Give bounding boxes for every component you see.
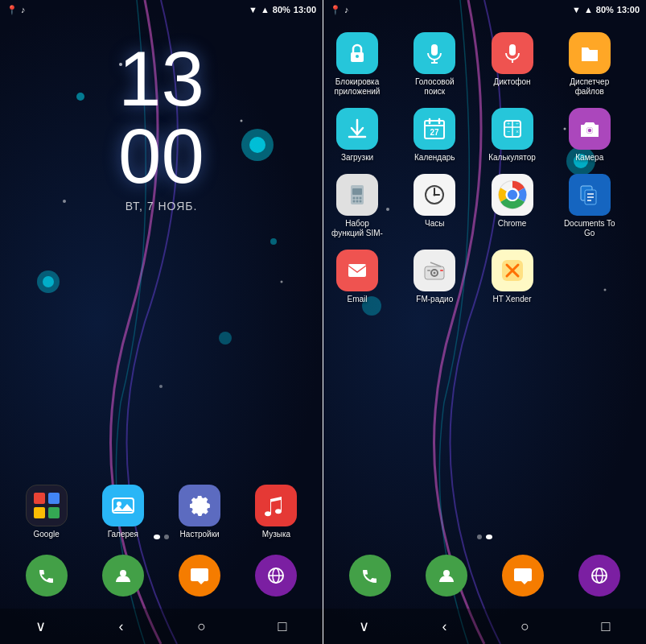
svg-rect-13 — [48, 493, 60, 504]
music-icon-right: ♪ — [344, 5, 349, 14]
svg-rect-31 — [431, 44, 438, 56]
app-google[interactable]: Google — [19, 485, 74, 539]
svg-rect-77 — [440, 270, 443, 271]
dock-messages-left[interactable] — [176, 555, 223, 598]
dock-left — [0, 544, 323, 609]
panel-divider — [323, 0, 323, 644]
app-camera[interactable]: Камера — [562, 108, 617, 163]
svg-point-65 — [507, 190, 516, 200]
svg-text:27: 27 — [430, 128, 440, 137]
wifi-icon-right: ▲ — [584, 5, 593, 14]
app-clock[interactable]: Часы — [407, 174, 462, 238]
dock-phone-right[interactable] — [347, 555, 393, 598]
svg-rect-12 — [34, 493, 45, 504]
signal-icon-right: ▼ — [572, 5, 581, 14]
app-music-label: Музыка — [262, 530, 290, 539]
nav-down-left[interactable]: ∨ — [26, 612, 55, 641]
app-email[interactable]: Email — [330, 250, 385, 304]
nav-recents-left[interactable]: □ — [268, 612, 297, 641]
dock-right — [323, 544, 646, 609]
app-calendar-label: Календарь — [414, 153, 455, 163]
clock-area: 13 00 ВТ, 7 НОЯБ. — [0, 40, 323, 213]
svg-text:÷: ÷ — [516, 121, 519, 126]
app-docs-to-go-label: Documents To Go — [562, 219, 617, 238]
app-sim-toolkit-label: Набор функций SIM- — [330, 219, 385, 238]
app-chrome-label: Chrome — [498, 219, 527, 229]
dock-browser-left[interactable] — [253, 555, 299, 598]
dock-phone-left[interactable] — [23, 555, 70, 598]
svg-point-55 — [360, 197, 362, 200]
nav-home-right[interactable]: ○ — [511, 612, 540, 641]
app-calculator-label: Калькулятор — [488, 153, 536, 163]
app-voice-search[interactable]: Голосовой поиск — [407, 32, 462, 97]
app-fm-radio[interactable]: FM-радио — [407, 250, 462, 304]
svg-rect-34 — [509, 44, 516, 56]
dock-contacts-right[interactable] — [423, 555, 470, 598]
svg-rect-14 — [34, 507, 45, 518]
app-fm-radio-label: FM-радио — [416, 295, 453, 304]
dock-messages-right[interactable] — [500, 555, 546, 598]
svg-point-17 — [117, 502, 121, 506]
status-left-icons-right: 📍 ♪ — [330, 5, 349, 15]
app-clock-label: Часы — [425, 219, 444, 229]
battery-text-right: 80% — [596, 5, 614, 14]
app-downloads-label: Загрузки — [341, 153, 373, 163]
svg-point-62 — [434, 194, 436, 196]
app-gallery-label: Галерея — [108, 530, 138, 539]
app-app-lock-label: Блокировка приложений — [330, 77, 385, 97]
nav-back-left[interactable]: ‹ — [106, 612, 135, 641]
dock-contacts-left[interactable] — [100, 555, 146, 598]
app-downloads[interactable]: Загрузки — [330, 108, 385, 163]
right-phone-panel: 📍 ♪ ▼ ▲ 80% 13:00 Блокировка приложений — [323, 0, 646, 644]
status-right-info-right: ▼ ▲ 80% 13:00 — [572, 5, 640, 14]
status-right-info: ▼ ▲ 80% 13:00 — [249, 5, 316, 14]
app-email-label: Email — [347, 295, 367, 304]
page-dot-r2 — [486, 535, 492, 539]
svg-point-57 — [356, 200, 359, 203]
clock-date: ВТ, 7 НОЯБ. — [0, 200, 323, 213]
status-left-icons: 📍 ♪ — [6, 5, 26, 15]
svg-point-56 — [353, 200, 356, 203]
app-camera-label: Камера — [575, 153, 603, 163]
svg-point-58 — [360, 200, 362, 203]
app-chrome[interactable]: Chrome — [485, 174, 540, 238]
app-sim-toolkit[interactable]: Набор функций SIM- — [330, 174, 385, 238]
app-app-lock[interactable]: Блокировка приложений — [330, 32, 385, 97]
nav-back-right[interactable]: ‹ — [430, 612, 459, 641]
app-voice-search-label: Голосовой поиск — [407, 77, 462, 97]
app-google-label: Google — [34, 530, 60, 539]
svg-text:+: + — [506, 121, 509, 126]
app-voice-recorder[interactable]: Диктофон — [485, 32, 540, 97]
app-ht-xender[interactable]: HT Xender — [485, 250, 540, 304]
app-settings[interactable]: Настройки — [172, 485, 227, 539]
nav-home-left[interactable]: ○ — [187, 612, 216, 641]
nav-down-right[interactable]: ∨ — [349, 612, 378, 641]
app-gallery[interactable]: Галерея — [96, 485, 150, 539]
svg-line-76 — [430, 262, 441, 266]
status-bar-left: 📍 ♪ ▼ ▲ 80% 13:00 — [0, 0, 323, 19]
svg-point-30 — [356, 55, 359, 58]
svg-point-53 — [353, 197, 356, 200]
page-indicator-right — [323, 535, 646, 539]
time-text: 13:00 — [294, 5, 316, 14]
app-calendar[interactable]: 27 Календарь — [407, 108, 462, 163]
app-docs-to-go[interactable]: Documents To Go — [562, 174, 617, 238]
nav-bar-right: ∨ ‹ ○ □ — [323, 609, 646, 644]
app-file-manager[interactable]: Диспетчер файлов — [562, 32, 617, 97]
svg-point-18 — [120, 570, 126, 576]
app-settings-label: Настройки — [180, 530, 220, 539]
home-apps-left: Google Галерея Настройки — [0, 485, 323, 539]
dock-browser-right[interactable] — [576, 555, 623, 598]
battery-text: 80% — [273, 5, 290, 14]
location-icon-right: 📍 — [330, 5, 341, 15]
svg-rect-75 — [427, 270, 430, 271]
status-bar-right: 📍 ♪ ▼ ▲ 80% 13:00 — [323, 0, 646, 19]
nav-recents-right[interactable]: □ — [591, 612, 620, 641]
svg-point-54 — [356, 197, 359, 200]
app-music[interactable]: Музыка — [249, 485, 303, 539]
svg-text:−: − — [506, 129, 509, 134]
clock-hour: 13 — [0, 40, 323, 118]
app-calculator[interactable]: + ÷ − × Калькулятор — [485, 108, 540, 163]
svg-rect-52 — [352, 188, 362, 195]
app-ht-xender-label: HT Xender — [492, 295, 531, 304]
